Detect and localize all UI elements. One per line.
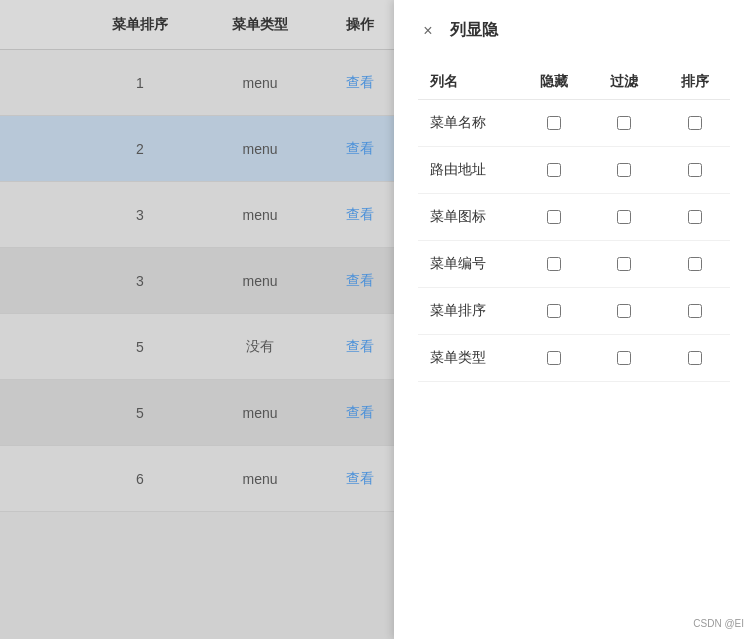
column-settings-body: 菜单名称 路由地址: [418, 100, 730, 382]
hide-checkbox-wrap[interactable]: [531, 304, 577, 318]
sort-checkbox-wrap[interactable]: [672, 351, 718, 365]
sort-checkbox-wrap[interactable]: [672, 304, 718, 318]
th-col-hide: 隐藏: [519, 65, 589, 100]
background-table: 菜单排序 菜单类型 操作 1 menu 查看 2 menu 查看 3 menu …: [0, 0, 400, 639]
table-header: 菜单排序 菜单类型 操作: [0, 0, 400, 50]
sort-checkbox-wrap[interactable]: [672, 257, 718, 271]
hide-checkbox-wrap[interactable]: [531, 351, 577, 365]
cell-type: menu: [200, 405, 320, 421]
cell-order: 5: [80, 339, 200, 355]
cell-action[interactable]: 查看: [320, 206, 400, 224]
cell-action[interactable]: 查看: [320, 140, 400, 158]
hide-checkbox-wrap[interactable]: [531, 257, 577, 271]
col-name-label: 菜单名称: [418, 100, 519, 147]
table-row: 3 menu 查看: [0, 182, 400, 248]
column-settings-table: 列名 隐藏 过滤 排序 菜单名称: [418, 65, 730, 382]
sort-checkbox[interactable]: [688, 210, 702, 224]
sort-cell: [660, 241, 730, 288]
cell-order: 2: [80, 141, 200, 157]
hide-checkbox-wrap[interactable]: [531, 210, 577, 224]
sort-checkbox[interactable]: [688, 351, 702, 365]
column-table-header-row: 列名 隐藏 过滤 排序: [418, 65, 730, 100]
table-row: 6 menu 查看: [0, 446, 400, 512]
hide-checkbox[interactable]: [547, 116, 561, 130]
cell-type: menu: [200, 273, 320, 289]
filter-checkbox-wrap[interactable]: [601, 210, 647, 224]
modal-header: × 列显隐: [418, 20, 730, 41]
cell-action[interactable]: 查看: [320, 74, 400, 92]
sort-cell: [660, 194, 730, 241]
col-name-label: 路由地址: [418, 147, 519, 194]
cell-action[interactable]: 查看: [320, 470, 400, 488]
cell-type: menu: [200, 207, 320, 223]
filter-cell: [589, 288, 659, 335]
watermark: CSDN @EI: [693, 618, 744, 629]
sort-checkbox-wrap[interactable]: [672, 163, 718, 177]
sort-checkbox[interactable]: [688, 257, 702, 271]
list-item: 菜单名称: [418, 100, 730, 147]
table-row: 5 没有 查看: [0, 314, 400, 380]
hide-checkbox[interactable]: [547, 163, 561, 177]
list-item: 菜单图标: [418, 194, 730, 241]
cell-type: 没有: [200, 338, 320, 356]
filter-checkbox[interactable]: [617, 116, 631, 130]
sort-checkbox[interactable]: [688, 116, 702, 130]
hide-checkbox[interactable]: [547, 257, 561, 271]
list-item: 菜单排序: [418, 288, 730, 335]
hide-checkbox[interactable]: [547, 304, 561, 318]
hide-cell: [519, 335, 589, 382]
hide-cell: [519, 194, 589, 241]
th-col-sort: 排序: [660, 65, 730, 100]
sort-cell: [660, 288, 730, 335]
cell-type: menu: [200, 75, 320, 91]
cell-action[interactable]: 查看: [320, 272, 400, 290]
col-name-label: 菜单图标: [418, 194, 519, 241]
filter-cell: [589, 241, 659, 288]
list-item: 路由地址: [418, 147, 730, 194]
cell-order: 6: [80, 471, 200, 487]
filter-checkbox-wrap[interactable]: [601, 257, 647, 271]
modal-title: 列显隐: [450, 20, 498, 41]
table-row: 3 menu 查看: [0, 248, 400, 314]
hide-checkbox[interactable]: [547, 210, 561, 224]
filter-checkbox-wrap[interactable]: [601, 116, 647, 130]
cell-order: 3: [80, 273, 200, 289]
hide-checkbox-wrap[interactable]: [531, 116, 577, 130]
close-button[interactable]: ×: [418, 21, 438, 41]
filter-checkbox[interactable]: [617, 304, 631, 318]
table-row: 1 menu 查看: [0, 50, 400, 116]
list-item: 菜单类型: [418, 335, 730, 382]
sort-checkbox[interactable]: [688, 163, 702, 177]
hide-checkbox[interactable]: [547, 351, 561, 365]
sort-checkbox-wrap[interactable]: [672, 116, 718, 130]
hide-cell: [519, 288, 589, 335]
hide-cell: [519, 147, 589, 194]
sort-checkbox-wrap[interactable]: [672, 210, 718, 224]
filter-cell: [589, 335, 659, 382]
col-name-label: 菜单编号: [418, 241, 519, 288]
sort-cell: [660, 335, 730, 382]
hide-cell: [519, 241, 589, 288]
cell-action[interactable]: 查看: [320, 404, 400, 422]
filter-cell: [589, 147, 659, 194]
filter-checkbox[interactable]: [617, 210, 631, 224]
cell-action[interactable]: 查看: [320, 338, 400, 356]
filter-checkbox-wrap[interactable]: [601, 304, 647, 318]
hide-cell: [519, 100, 589, 147]
cell-type: menu: [200, 141, 320, 157]
sort-cell: [660, 147, 730, 194]
column-visibility-panel: × 列显隐 列名 隐藏 过滤 排序 菜单名称: [394, 0, 754, 639]
filter-checkbox-wrap[interactable]: [601, 351, 647, 365]
filter-checkbox[interactable]: [617, 257, 631, 271]
filter-checkbox-wrap[interactable]: [601, 163, 647, 177]
sort-checkbox[interactable]: [688, 304, 702, 318]
hide-checkbox-wrap[interactable]: [531, 163, 577, 177]
filter-cell: [589, 100, 659, 147]
th-action: 操作: [320, 16, 400, 34]
filter-checkbox[interactable]: [617, 163, 631, 177]
cell-order: 1: [80, 75, 200, 91]
sort-cell: [660, 100, 730, 147]
table-row: 2 menu 查看: [0, 116, 400, 182]
cell-order: 3: [80, 207, 200, 223]
filter-checkbox[interactable]: [617, 351, 631, 365]
